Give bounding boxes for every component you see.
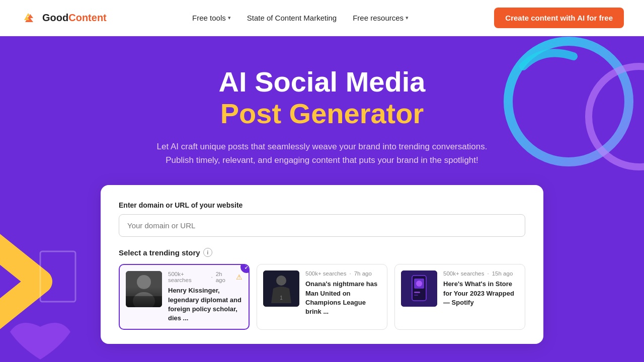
svg-point-9	[276, 276, 286, 286]
story-title-1: Henry Kissinger, legendary diplomat and …	[168, 286, 243, 323]
story-meta-1: 500k+ searches · 2h ago ⚠	[168, 271, 243, 283]
logo-icon	[20, 9, 38, 27]
svg-point-14	[416, 281, 422, 287]
svg-rect-3	[40, 251, 75, 302]
chevron-down-icon: ▾	[228, 15, 231, 21]
deco-circles	[443, 36, 644, 197]
svg-point-1	[508, 41, 629, 162]
hero-subtitle: Let AI craft unique posts that seamlessl…	[146, 140, 498, 167]
story-title-3: Here's What's in Store for Your 2023 Wra…	[443, 280, 519, 307]
stories-grid: ✓ 500k+ searches ·	[119, 264, 525, 330]
main-nav: Free tools ▾ State of Content Marketing …	[192, 14, 409, 22]
svg-point-6	[133, 292, 155, 307]
svg-point-2	[589, 66, 644, 167]
story-content-3: 500k+ searches · 15h ago Here's What's i…	[443, 270, 519, 307]
svg-point-5	[137, 275, 151, 289]
nav-free-tools[interactable]: Free tools ▾	[192, 14, 231, 22]
story-card-3[interactable]: 500k+ searches · 15h ago Here's What's i…	[394, 264, 525, 330]
story-thumbnail-2: 1	[263, 270, 299, 307]
url-input[interactable]	[119, 214, 525, 237]
chevron-down-icon: ▾	[406, 15, 409, 21]
story-card-1[interactable]: ✓ 500k+ searches ·	[119, 264, 250, 330]
nav-state-of-content[interactable]: State of Content Marketing	[247, 14, 337, 22]
svg-rect-7	[126, 296, 162, 307]
nav-free-resources[interactable]: Free resources ▾	[353, 14, 409, 22]
site-header: GoodContent Free tools ▾ State of Conten…	[0, 0, 644, 36]
svg-rect-16	[414, 295, 418, 296]
story-content-2: 500k+ searches · 7h ago Onana's nightmar…	[305, 270, 381, 316]
story-thumbnail-1	[126, 271, 162, 307]
trending-section-label: Select a trending story i	[119, 248, 525, 257]
generator-card: Enter domain or URL of your website Sele…	[101, 185, 543, 344]
hero-section: AI Social Media Post Generator Let AI cr…	[0, 36, 644, 362]
hero-title: AI Social Media Post Generator	[219, 66, 426, 130]
story-content-1: 500k+ searches · 2h ago ⚠ Henry Kissinge…	[168, 271, 243, 323]
story-card-2[interactable]: 1 500k+ searches · 7h ago Onana's nightm…	[257, 264, 387, 330]
logo[interactable]: GoodContent	[20, 9, 107, 27]
story-meta-3: 500k+ searches · 15h ago	[443, 270, 519, 277]
story-meta-2: 500k+ searches · 7h ago	[305, 270, 381, 277]
story-thumbnail-3	[401, 270, 437, 307]
story-title-2: Onana's nightmare has Man United on Cham…	[305, 280, 381, 316]
info-icon[interactable]: i	[203, 248, 212, 257]
cta-button[interactable]: Create content with AI for free	[494, 8, 624, 28]
warning-icon: ⚠	[236, 273, 243, 281]
svg-rect-15	[414, 292, 420, 293]
url-field-label: Enter domain or URL of your website	[119, 201, 525, 209]
svg-text:1: 1	[280, 295, 283, 301]
logo-text: GoodContent	[42, 12, 107, 24]
